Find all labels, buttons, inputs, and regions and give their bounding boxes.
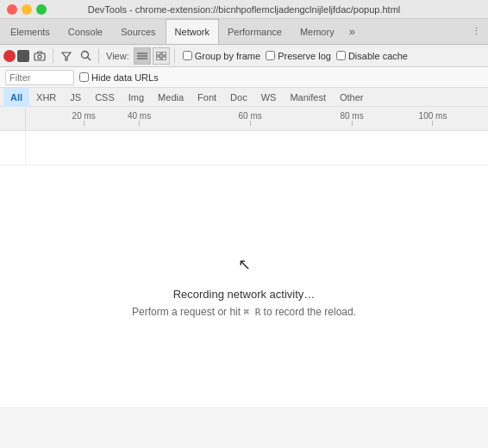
close-button[interactable] <box>7 4 17 15</box>
type-tab-css[interactable]: CSS <box>88 88 122 107</box>
stop-icon <box>19 52 28 60</box>
grid-view-icon <box>156 52 166 60</box>
svg-rect-13 <box>162 57 166 60</box>
tab-performance[interactable]: Performance <box>219 19 291 45</box>
camera-button[interactable] <box>31 47 48 65</box>
type-tab-font[interactable]: Font <box>191 88 223 107</box>
type-filter-tabs: AllXHRJSCSSImgMediaFontDocWSManifestOthe… <box>0 88 488 107</box>
timeline-tick: 80 ms <box>340 111 363 126</box>
timeline-tick: 20 ms <box>72 111 96 126</box>
list-view-icon <box>137 52 147 60</box>
type-tab-media[interactable]: Media <box>151 88 191 107</box>
svg-point-5 <box>81 52 88 59</box>
separator-2 <box>98 49 99 63</box>
search-button[interactable] <box>77 47 94 65</box>
timeline-bar-area: 20 ms40 ms60 ms80 ms100 ms <box>26 107 488 130</box>
cursor-icon: ↖ <box>238 255 251 274</box>
hide-data-urls-label[interactable]: Hide data URLs <box>79 72 159 83</box>
type-tab-other[interactable]: Other <box>333 88 371 107</box>
search-icon <box>80 50 91 61</box>
tab-elements[interactable]: Elements <box>2 19 59 45</box>
filter-icon-svg <box>61 51 72 61</box>
empty-state: ↖ Recording network activity… Perform a … <box>0 165 488 407</box>
network-toolbar: View: Group by frame Preserve log Disabl… <box>0 45 488 67</box>
type-tab-all[interactable]: All <box>3 88 29 107</box>
svg-rect-10 <box>156 52 160 55</box>
svg-point-3 <box>38 54 41 58</box>
tab-sources[interactable]: Sources <box>112 19 165 45</box>
window-title: DevTools - chrome-extension://bicnhpofle… <box>88 4 401 15</box>
camera-icon <box>34 51 46 61</box>
window-controls <box>7 4 47 15</box>
separator-3 <box>174 49 175 63</box>
title-bar: DevTools - chrome-extension://bicnhpofle… <box>0 0 488 19</box>
preserve-log-checkbox[interactable] <box>266 51 275 60</box>
tab-network[interactable]: Network <box>166 19 219 45</box>
svg-rect-12 <box>156 57 160 60</box>
type-tab-js[interactable]: JS <box>63 88 88 107</box>
hide-data-urls-checkbox[interactable] <box>79 72 89 82</box>
tab-memory[interactable]: Memory <box>291 19 344 45</box>
timeline-tick: 100 ms <box>419 111 447 126</box>
type-tab-doc[interactable]: Doc <box>223 88 254 107</box>
timeline-tick: 40 ms <box>128 111 151 126</box>
more-tabs-button[interactable]: » <box>344 19 360 45</box>
maximize-button[interactable] <box>36 4 47 15</box>
svg-line-1 <box>21 53 26 59</box>
devtools-menu-button[interactable]: ⋮ <box>466 19 486 45</box>
timeline-empty-col <box>0 131 26 165</box>
svg-marker-4 <box>62 53 71 60</box>
group-by-frame-label[interactable]: Group by frame <box>183 51 260 61</box>
type-tab-ws[interactable]: WS <box>254 88 284 107</box>
type-tab-img[interactable]: Img <box>122 88 151 107</box>
view-label: View: <box>106 51 129 61</box>
record-button[interactable] <box>3 50 16 62</box>
group-by-frame-checkbox[interactable] <box>183 51 192 60</box>
timeline-tick: 60 ms <box>239 111 262 126</box>
type-tab-manifest[interactable]: Manifest <box>283 88 333 107</box>
timeline-bar-empty <box>26 131 488 165</box>
filter-row: Hide data URLs <box>0 67 488 88</box>
timeline-name-column <box>0 107 26 130</box>
preserve-log-label[interactable]: Preserve log <box>266 51 331 61</box>
view-list-button[interactable] <box>134 47 151 65</box>
disable-cache-checkbox[interactable] <box>336 51 346 60</box>
filter-icon[interactable] <box>58 47 75 65</box>
disable-cache-label[interactable]: Disable cache <box>336 51 408 61</box>
clear-button[interactable] <box>17 50 29 62</box>
separator-1 <box>53 49 53 63</box>
svg-line-6 <box>87 58 91 61</box>
tab-console[interactable]: Console <box>59 19 112 45</box>
timeline-row <box>0 131 488 165</box>
svg-rect-11 <box>162 52 166 55</box>
type-tab-xhr[interactable]: XHR <box>29 88 63 107</box>
filter-input[interactable] <box>5 70 74 85</box>
shortcut-text: Perform a request or hit ⌘ R to record t… <box>132 306 356 318</box>
recording-text: Recording network activity… <box>173 288 316 301</box>
timeline-header: 20 ms40 ms60 ms80 ms100 ms <box>0 107 488 131</box>
view-grid-button[interactable] <box>153 47 170 65</box>
minimize-button[interactable] <box>22 4 32 15</box>
main-nav: Elements Console Sources Network Perform… <box>0 19 488 45</box>
